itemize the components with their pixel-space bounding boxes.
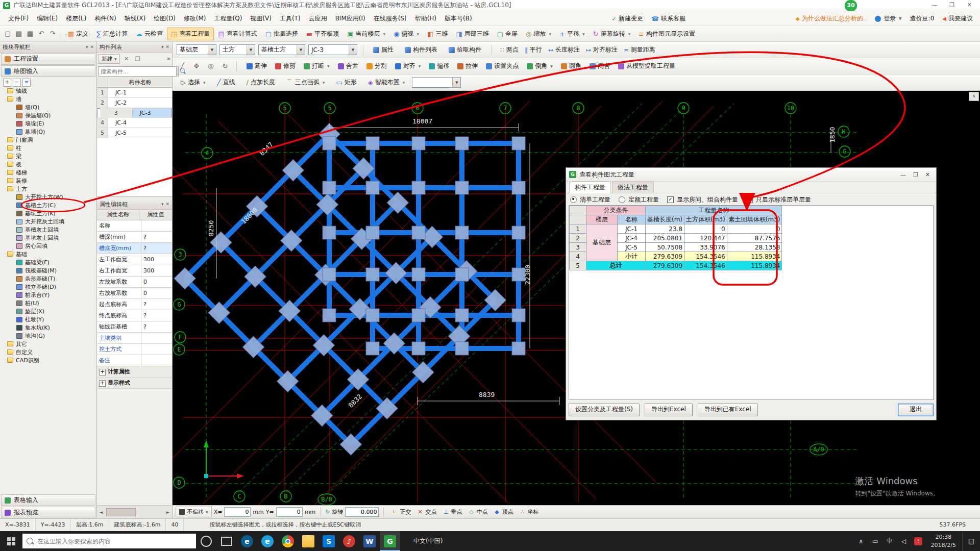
export-existing-excel-button[interactable]: 导出到已有Excel	[698, 404, 758, 416]
search-icon[interactable]	[178, 66, 179, 77]
list-quantity-radio[interactable]	[570, 196, 577, 203]
snap-toggle[interactable]: 正交	[388, 507, 414, 517]
modify-button[interactable]: 偏移	[425, 60, 453, 72]
type-select[interactable]: 基槽土方▼	[258, 44, 305, 55]
modify-button[interactable]: 合并	[334, 60, 362, 72]
tray-expand-icon[interactable]: ∧	[854, 531, 868, 551]
set-classification-button[interactable]: 设置分类及工程量(S)	[569, 404, 640, 416]
toolbar-button[interactable]: ▣ 当前楼层	[343, 28, 389, 40]
nav-tree-item[interactable]: 基槽灰土回填	[0, 226, 96, 234]
rotate-tool-icon[interactable]: ↻	[219, 60, 231, 72]
nav-tree-item[interactable]: 墙(Q)	[0, 103, 96, 111]
property-value[interactable]	[141, 344, 172, 355]
nav-tree-item[interactable]: 门窗洞	[0, 136, 96, 144]
property-row[interactable]: 显示样式	[97, 378, 172, 389]
nav-tree-item[interactable]: 墙	[0, 95, 96, 103]
save-icon[interactable]: ▦	[24, 28, 36, 40]
nav-tree-item[interactable]: 楼梯	[0, 168, 96, 177]
nav-tree-item[interactable]: CAD识别	[0, 356, 96, 364]
toolbar-button[interactable]: ☁ 云检查	[132, 28, 167, 40]
nav-tree-item[interactable]: 独立基础(D)	[0, 283, 96, 291]
offset-mode-button[interactable]: 不偏移	[176, 507, 212, 517]
cortana-icon[interactable]	[196, 531, 216, 551]
snap-toggle[interactable]: 垂点	[439, 507, 465, 517]
close-button[interactable]: ✕	[961, 0, 978, 11]
category-select[interactable]: 土方▼	[219, 44, 255, 55]
property-row[interactable]: 槽深(mm) ?	[97, 232, 172, 243]
toolbar-button[interactable]: ▤ 查看计算式	[214, 28, 261, 40]
property-row[interactable]: 左放坡系数 0	[97, 277, 172, 288]
angle-input[interactable]	[345, 507, 379, 517]
zoom-tool-icon[interactable]: ◎	[205, 60, 216, 72]
draw-button[interactable]: ◈ 智能布置	[364, 76, 409, 89]
nav-tree-item[interactable]: 其它	[0, 340, 96, 348]
property-value[interactable]	[130, 378, 172, 388]
contact-support-menu[interactable]: ☎联系客服	[647, 14, 690, 23]
new-file-icon[interactable]: ▢	[2, 28, 13, 40]
minimize-button[interactable]: —	[926, 0, 943, 11]
modify-button[interactable]: 分割	[362, 60, 391, 72]
modify-button[interactable]: 设置夹点	[482, 60, 523, 72]
component-list-item[interactable]: 3 JC-3	[97, 108, 172, 118]
nav-tree-item[interactable]: 基础	[0, 250, 96, 258]
toolbar-button[interactable]: ◲ 查看工程量	[167, 28, 214, 40]
measure-button[interactable]: 测量距离	[621, 44, 658, 56]
modify-button[interactable]: 圆角	[557, 60, 585, 72]
pin-icon[interactable]: ▾	[161, 202, 164, 207]
property-value[interactable]: ?	[141, 310, 172, 321]
property-row[interactable]: 终点底标高 ?	[97, 310, 172, 321]
attributes-button[interactable]: 属性	[369, 43, 398, 56]
component-list-button[interactable]: 构件列表	[401, 43, 442, 56]
pin-icon[interactable]: ▾	[161, 44, 164, 49]
snap-toggle[interactable]: 交点	[414, 507, 439, 517]
word-icon[interactable]: W	[359, 531, 380, 551]
ime-lang-icon[interactable]: 中	[883, 531, 896, 551]
toolbar-button[interactable]: ↻ 屏幕旋转	[589, 28, 635, 40]
property-row[interactable]: 轴线距基槽 ?	[97, 321, 172, 333]
nav-tree-item[interactable]: 柱	[0, 144, 96, 152]
chrome-icon[interactable]	[278, 531, 298, 551]
ime-indicator[interactable]: 中文(中国)	[409, 537, 447, 545]
toolbar-button[interactable]: ▦ 定义	[64, 28, 92, 40]
nav-tree-item[interactable]: 基坑灰土回填	[0, 234, 96, 242]
show-rooms-checkbox[interactable]	[667, 196, 674, 203]
draw-button[interactable]: ▭ 矩形	[332, 76, 360, 89]
login-button[interactable]: 登录▼	[875, 14, 901, 23]
property-value[interactable]	[141, 220, 172, 231]
nav-tree-item[interactable]: 土方	[0, 185, 96, 193]
clock[interactable]: 20:38 2018/2/5	[926, 533, 961, 549]
measure-button[interactable]: 长度标注	[545, 44, 583, 56]
pick-component-button[interactable]: 拾取构件	[445, 43, 485, 56]
measure-button[interactable]: 平行	[522, 44, 545, 56]
property-value[interactable]: 300	[141, 265, 172, 276]
dialog-title-bar[interactable]: G 查看构件图元工程量 — ❐ ✕	[566, 168, 936, 182]
standard-layer-checkbox[interactable]	[746, 196, 753, 203]
property-value[interactable]: ?	[141, 321, 172, 332]
menu-item[interactable]: 云应用	[305, 12, 331, 26]
component-list-item[interactable]: 5 JC-5	[97, 128, 172, 138]
property-value[interactable]: ?	[141, 243, 172, 254]
property-value[interactable]: ?	[141, 299, 172, 310]
nav-tree-item[interactable]: 地沟(G)	[0, 332, 96, 340]
menu-item[interactable]: 文件(F)	[4, 12, 33, 26]
property-row[interactable]: 起点底标高 ?	[97, 299, 172, 310]
floor-select[interactable]: 基础层▼	[177, 44, 216, 55]
nav-tree-item[interactable]: 桩(U)	[0, 299, 96, 307]
property-value[interactable]: 0	[141, 288, 172, 298]
menu-item[interactable]: 修改(M)	[180, 12, 210, 26]
new-change-menu[interactable]: ✓新建变更	[607, 14, 647, 23]
nav-tree-item[interactable]: 轴线	[0, 87, 96, 95]
property-value[interactable]	[130, 366, 172, 377]
menu-item[interactable]: 编辑(E)	[33, 12, 62, 26]
more-tools-icon[interactable]: »	[167, 55, 170, 62]
property-row[interactable]: 右工作面宽 300	[97, 265, 172, 277]
dialog-close-button[interactable]: ✕	[925, 171, 930, 178]
component-search-input[interactable]	[99, 66, 177, 77]
pin-icon[interactable]: ▾	[86, 44, 88, 49]
scrollbar-thumb[interactable]	[106, 508, 136, 516]
arc-mode-select[interactable]: ▼	[412, 77, 461, 88]
scroll-right-icon[interactable]: ►	[164, 510, 172, 515]
draw-button[interactable]: ⌒ 三点画弧	[282, 76, 329, 89]
toolbar-button[interactable]: ◎ 缩放	[522, 28, 555, 40]
nav-tree-item[interactable]: 梁	[0, 152, 96, 160]
